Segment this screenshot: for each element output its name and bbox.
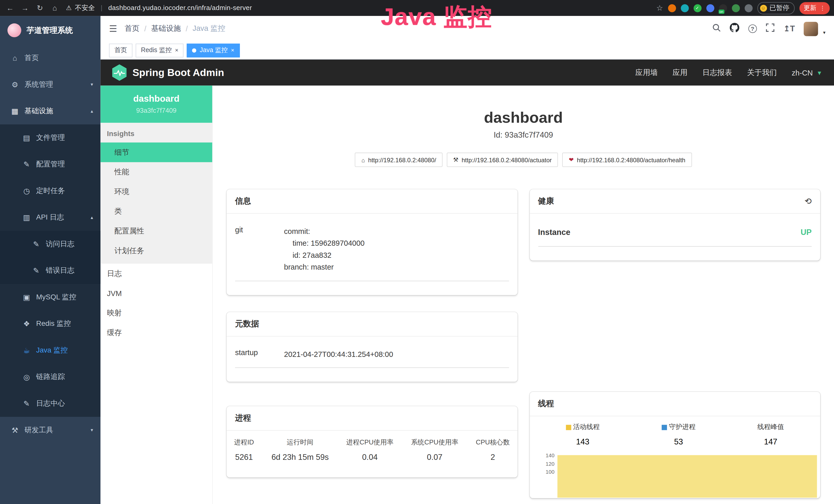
- extension-icon[interactable]: [681, 4, 688, 12]
- breadcrumb-infra[interactable]: 基础设施: [151, 24, 181, 33]
- sidebar-item-errorlog[interactable]: ✎ 错误日志: [0, 257, 101, 284]
- card-metadata: 元数据 startup 2021-04-27T00:44:31.254+08:0…: [226, 312, 517, 382]
- breadcrumb-separator: /: [186, 24, 188, 33]
- sidebar-item-trace[interactable]: ◎ 链路追踪: [0, 364, 101, 390]
- legend-square-blue: [662, 425, 667, 430]
- bookmark-star-icon[interactable]: ☆: [656, 4, 663, 12]
- extension-puzzle-icon[interactable]: [744, 4, 752, 12]
- extension-icon[interactable]: [731, 4, 740, 12]
- error-log-icon: ✎: [32, 266, 40, 275]
- github-icon[interactable]: [730, 23, 739, 35]
- threads-chart-area: [557, 455, 817, 498]
- address-bar[interactable]: dashboard.yudao.iocoder.cn/infra/admin-s…: [108, 4, 252, 12]
- stat-label: 进程ID: [234, 438, 254, 447]
- stat-label: CPU核心数: [476, 438, 510, 447]
- stat-value: 6d 23h 15m 59s: [271, 452, 329, 461]
- close-icon[interactable]: ×: [175, 47, 178, 53]
- sidebar-item-java[interactable]: ☕ Java 监控: [0, 337, 101, 364]
- sidebar-item-redis[interactable]: ❖ Redis 监控: [0, 311, 101, 337]
- help-icon[interactable]: ?: [748, 24, 757, 33]
- tab-label: Java 监控: [200, 46, 227, 55]
- language-select[interactable]: zh-CN ▼: [792, 68, 822, 77]
- tab-redis[interactable]: Redis 监控 ×: [136, 43, 184, 57]
- base-url-link[interactable]: ⌂ http://192.168.0.2:48080/: [355, 153, 443, 167]
- sidebar-item-config[interactable]: ✎ 配置管理: [0, 151, 101, 178]
- gear-icon: ⚙: [10, 81, 19, 89]
- extension-icon[interactable]: ✓: [693, 4, 701, 12]
- sidebar-item-apilog[interactable]: ▥ API 日志 ▴: [0, 204, 101, 231]
- process-stats: 进程ID 5261 运行时间 6d 23h 15m 59s: [226, 431, 517, 472]
- sidebar-item-devtool[interactable]: ⚒ 研发工具 ▾: [0, 417, 101, 444]
- threads-chart: 140 120 100: [529, 452, 820, 484]
- close-icon[interactable]: ×: [231, 47, 234, 53]
- reload-icon[interactable]: ↻: [34, 4, 46, 12]
- sidebar-item-job[interactable]: ◷ 定时任务: [0, 178, 101, 204]
- sidebar-item-logcenter[interactable]: ✎ 日志中心: [0, 390, 101, 417]
- insights-label: Insights: [101, 123, 212, 142]
- legend-label: 线程峰值: [758, 422, 784, 432]
- sba-item-caches[interactable]: 缓存: [101, 323, 212, 343]
- update-button[interactable]: 更新 ⋮: [799, 2, 830, 14]
- chevron-up-icon: ▴: [91, 215, 93, 220]
- search-icon[interactable]: [712, 23, 721, 34]
- stat-pid: 进程ID 5261: [234, 438, 254, 461]
- site-security-chip[interactable]: ⚠ 不安全 |: [66, 3, 105, 12]
- extension-icon[interactable]: [668, 4, 676, 12]
- sidebar-item-home[interactable]: ⌂ 首页: [0, 45, 101, 71]
- sba-item-jvm[interactable]: JVM: [101, 283, 212, 303]
- stat-label: 系统CPU使用率: [411, 438, 458, 447]
- legend-label: 守护进程: [669, 422, 696, 432]
- api-log-icon: ▥: [22, 213, 31, 222]
- breadcrumb-current: Java 监控: [193, 24, 225, 33]
- sba-item-scheduled[interactable]: 计划任务: [101, 241, 212, 260]
- stat-value: 0.07: [411, 452, 458, 461]
- sba-item-properties[interactable]: 配置属性: [101, 221, 212, 241]
- extension-icon[interactable]: [706, 4, 714, 12]
- sba-item-environment[interactable]: 环境: [101, 182, 212, 202]
- sba-item-details[interactable]: 细节: [101, 142, 212, 162]
- sba-item-logs[interactable]: 日志: [101, 264, 212, 283]
- file-icon: ▤: [22, 134, 31, 142]
- back-icon[interactable]: ←: [4, 4, 16, 12]
- sidebar-item-file[interactable]: ▤ 文件管理: [0, 124, 101, 151]
- legend-square-yellow: [566, 425, 571, 430]
- health-url-link[interactable]: ❤ http://192.168.0.2:48080/actuator/heal…: [563, 153, 692, 167]
- insights-group: Insights 细节 性能 环境 类 配置属性 计划任务: [101, 123, 212, 264]
- sba-nav-applications[interactable]: 应用: [673, 68, 687, 77]
- sidebar-item-infra[interactable]: ▦ 基础设施 ▴: [0, 98, 101, 124]
- actuator-url-link[interactable]: ⚒ http://192.168.0.2:48080/actuator: [447, 153, 558, 167]
- home-icon[interactable]: ⌂: [49, 4, 61, 12]
- metadata-value: 2021-04-27T00:44:31.254+08:00: [284, 348, 393, 360]
- sba-item-classes[interactable]: 类: [101, 202, 212, 221]
- sba-nav-wall[interactable]: 应用墙: [635, 68, 658, 77]
- sba-nav-about[interactable]: 关于我们: [747, 68, 777, 77]
- clock-icon: ◷: [22, 187, 31, 195]
- tab-java[interactable]: Java 监控 ×: [187, 43, 240, 57]
- history-icon[interactable]: ⟲: [805, 196, 812, 206]
- sidebar-item-label: 文件管理: [36, 133, 65, 142]
- sba-item-mappings[interactable]: 映射: [101, 303, 212, 323]
- info-row-git: git commit: time: 1596289704000 id: 27aa…: [235, 217, 509, 281]
- font-size-icon[interactable]: ↥T: [784, 24, 795, 33]
- stat-value: 0.04: [346, 452, 394, 461]
- instance-header[interactable]: dashboard 93a3fc7f7409: [101, 86, 212, 123]
- sba-item-performance[interactable]: 性能: [101, 162, 212, 182]
- sidebar-item-label: Redis 监控: [36, 319, 71, 328]
- paused-badge[interactable]: ☺ 已暂停: [757, 2, 795, 14]
- hamburger-icon[interactable]: ☰: [109, 23, 117, 34]
- instance-id: 93a3fc7f7409: [105, 107, 208, 114]
- sidebar-item-system[interactable]: ⚙ 系统管理 ▾: [0, 71, 101, 98]
- sidebar-item-accesslog[interactable]: ✎ 访问日志: [0, 231, 101, 257]
- sba-brand[interactable]: Spring Boot Admin: [112, 65, 224, 81]
- sba-nav-journal[interactable]: 日志报表: [702, 68, 732, 77]
- git-commit-id: id: 27aa832: [284, 249, 365, 261]
- avatar[interactable]: [804, 22, 818, 36]
- fullscreen-icon[interactable]: [766, 23, 774, 34]
- health-row-instance: Instance UP: [538, 217, 812, 247]
- forward-icon[interactable]: →: [19, 4, 31, 12]
- breadcrumb-home[interactable]: 首页: [125, 24, 139, 33]
- extension-icon[interactable]: on: [719, 4, 727, 12]
- sidebar-item-mysql[interactable]: ▣ MySQL 监控: [0, 284, 101, 311]
- trace-icon: ◎: [22, 373, 31, 381]
- tab-home[interactable]: 首页: [109, 43, 133, 57]
